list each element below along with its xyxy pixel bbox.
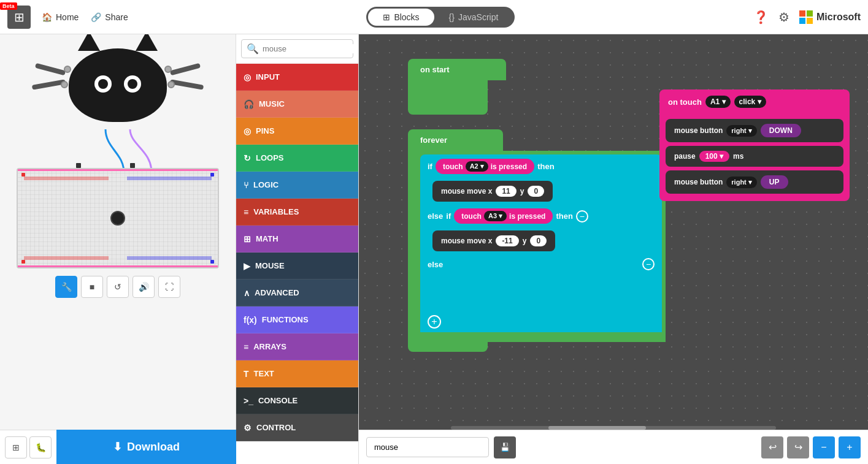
music-icon: 🎧 — [244, 99, 254, 109]
sidebar-item-console[interactable]: >_ CONSOLE — [236, 387, 358, 414]
mouse-move-block-2[interactable]: mouse move x -11 y 0 — [432, 230, 555, 251]
blocks-tab[interactable]: ⊞ Blocks — [368, 9, 434, 26]
on-touch-body: mouse button right ▾ DOWN pause 100 ▾ ms — [659, 114, 850, 201]
move-x1-value[interactable]: 11 — [496, 186, 516, 197]
zoom-in-button[interactable]: + — [839, 436, 861, 458]
move-y1-value[interactable]: 0 — [528, 186, 544, 197]
cat-eye-left — [94, 75, 112, 93]
if-block-1[interactable]: if touch A2 ▾ is pressed then — [420, 154, 662, 178]
javascript-tab[interactable]: {} JavaScript — [434, 9, 513, 26]
main-layout: 🔧 ■ ↺ 🔊 ⛶ ⊞ 🐛 ⬇ Download 🔍 — [0, 34, 868, 464]
else-block[interactable]: else − — [420, 254, 662, 275]
share-nav-item[interactable]: 🔗 Share — [91, 12, 128, 22]
on-start-body — [408, 80, 488, 105]
remove-else-btn[interactable]: − — [642, 258, 655, 270]
sidebar-item-arrays[interactable]: ≡ ARRAYS — [236, 333, 358, 360]
settings-sim-btn[interactable]: 🔧 — [55, 276, 77, 298]
if-body-2: mouse move x -11 y 0 — [420, 228, 662, 254]
input-label: INPUT — [256, 72, 280, 82]
download-button[interactable]: ⬇ Download — [56, 430, 236, 464]
joint-right2 — [167, 81, 175, 88]
right-dropdown-2[interactable]: right ▾ — [726, 177, 757, 188]
redo-button[interactable]: ↪ — [787, 436, 809, 458]
is-pressed-label-2: is pressed — [509, 212, 545, 221]
touch-condition-2[interactable]: touch A3 ▾ is pressed — [454, 208, 553, 224]
touch-a3-dropdown[interactable]: A3 ▾ — [484, 211, 507, 221]
settings-button[interactable]: ⚙ — [778, 10, 789, 25]
mouse-button-label-1: mouse button — [674, 126, 723, 135]
pause-label: pause — [674, 152, 696, 161]
control-icon: ⚙ — [244, 423, 252, 433]
mouse-btn-up-block[interactable]: mouse button right ▾ UP — [666, 170, 843, 194]
touch-a2-dropdown[interactable]: A2 ▾ — [466, 161, 488, 172]
sidebar-item-advanced[interactable]: ∧ ADVANCED — [236, 280, 358, 306]
click-dropdown[interactable]: click ▾ — [734, 96, 766, 108]
remove-else-if-btn[interactable]: − — [576, 210, 588, 222]
ms-green — [807, 10, 813, 17]
on-touch-group: on touch A1 ▾ click ▾ mouse button right… — [659, 89, 850, 201]
pause-block[interactable]: pause 100 ▾ ms — [666, 146, 843, 167]
y-label-1: y — [520, 187, 524, 196]
sound-sim-btn[interactable]: 🔊 — [133, 276, 155, 298]
workspace[interactable]: on start forever if touch — [359, 34, 868, 464]
download-label: Download — [127, 441, 180, 454]
help-button[interactable]: ❓ — [753, 10, 769, 25]
forever-spacer — [412, 336, 662, 342]
right-dropdown-1[interactable]: right ▾ — [726, 125, 757, 137]
ms-label: ms — [733, 152, 743, 161]
search-input[interactable] — [263, 44, 359, 53]
breadboard-top-rail — [18, 169, 218, 171]
if-footer-row: + — [420, 311, 662, 332]
simulator-panel: 🔧 ■ ↺ 🔊 ⛶ ⊞ 🐛 ⬇ Download — [0, 34, 236, 464]
console-label: CONSOLE — [258, 396, 298, 405]
pause-value-dropdown[interactable]: 100 ▾ — [699, 151, 729, 162]
mode-toggle: ⊞ Blocks {} JavaScript — [366, 7, 515, 28]
zoom-out-button[interactable]: − — [813, 436, 835, 458]
sidebar-item-pins[interactable]: ◎ PINS — [236, 118, 358, 145]
home-nav-item[interactable]: 🏠 Home — [42, 12, 79, 22]
if-body-1: mouse move x 11 y 0 — [420, 178, 662, 204]
on-touch-header[interactable]: on touch A1 ▾ click ▾ — [659, 89, 850, 114]
sidebar-item-input[interactable]: ◎ INPUT — [236, 64, 358, 91]
fullscreen-sim-btn[interactable]: ⛶ — [158, 276, 180, 298]
corner-dot-tl — [21, 173, 25, 177]
gamepad-btn[interactable]: ⊞ — [5, 436, 27, 458]
move-x2-value[interactable]: -11 — [496, 235, 518, 246]
on-start-block[interactable]: on start — [408, 59, 506, 80]
touch-condition-1[interactable]: touch A2 ▾ is pressed — [436, 159, 534, 174]
corner-dot-tr — [210, 173, 214, 177]
header: Beta ⊞ 🏠 Home 🔗 Share ⊞ Blocks {} JavaSc… — [0, 0, 868, 34]
undo-button[interactable]: ↩ — [761, 436, 783, 458]
rail-top — [24, 177, 212, 180]
sidebar-item-loops[interactable]: ↻ LOOPS — [236, 145, 358, 172]
sidebar-item-text[interactable]: T TEXT — [236, 360, 358, 387]
sidebar-item-control[interactable]: ⚙ CONTROL — [236, 414, 358, 441]
save-button[interactable]: 💾 — [494, 436, 516, 458]
mouse-move-block-1[interactable]: mouse move x 11 y 0 — [432, 181, 553, 202]
else-if-block[interactable]: else if touch A3 ▾ is pressed then − — [420, 204, 662, 228]
add-branch-btn[interactable]: + — [428, 315, 441, 329]
sidebar-item-math[interactable]: ⊞ MATH — [236, 226, 358, 253]
joint-left2 — [61, 81, 68, 88]
math-icon: ⊞ — [244, 234, 251, 244]
ms-red — [799, 10, 805, 17]
mouse-btn-down-block[interactable]: mouse button right ▾ DOWN — [666, 119, 843, 142]
sidebar-item-logic[interactable]: ⑂ LOGIC — [236, 172, 358, 199]
sidebar-item-functions[interactable]: f(x) FUNCTIONS — [236, 306, 358, 333]
restart-sim-btn[interactable]: ↺ — [107, 276, 129, 298]
control-label: CONTROL — [256, 423, 296, 432]
on-start-group: on start — [408, 59, 506, 115]
move-y2-value[interactable]: 0 — [530, 235, 547, 246]
stop-sim-btn[interactable]: ■ — [81, 276, 103, 298]
bug-btn[interactable]: 🐛 — [29, 436, 52, 458]
workspace-right-btns: ↩ ↪ − + — [761, 436, 861, 458]
pin-dot-2 — [130, 163, 135, 168]
sidebar-item-mouse[interactable]: ▶ MOUSE — [236, 253, 358, 280]
loops-icon: ↻ — [244, 153, 251, 163]
workspace-search-input[interactable] — [366, 437, 489, 457]
touch-a1-dropdown[interactable]: A1 ▾ — [705, 96, 731, 108]
sidebar-item-music[interactable]: 🎧 MUSIC — [236, 91, 358, 118]
js-label: JavaScript — [458, 12, 498, 22]
sidebar-item-variables[interactable]: ≡ VARIABLES — [236, 199, 358, 226]
forever-header[interactable]: forever — [408, 129, 503, 151]
